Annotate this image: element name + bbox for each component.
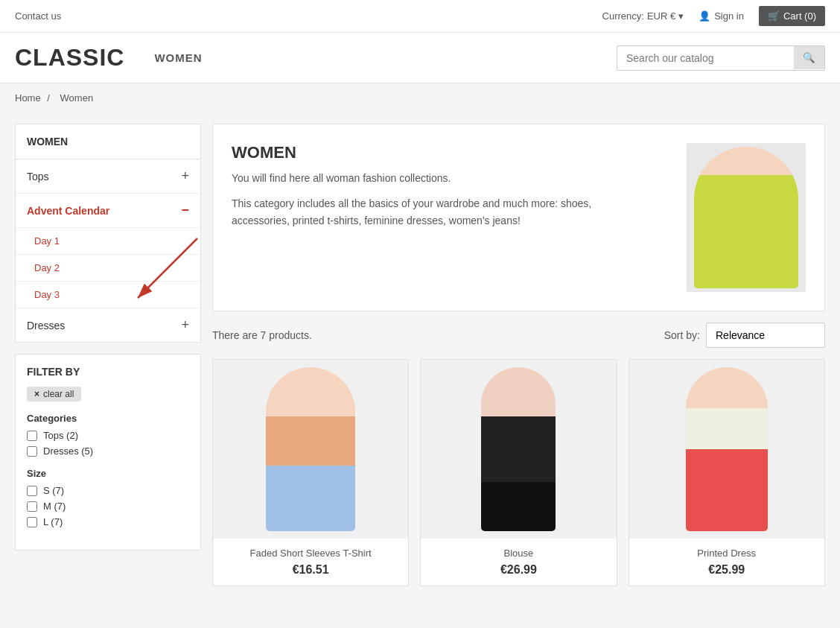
product-card-3[interactable]: Printed Dress €25.99 xyxy=(629,359,825,586)
product-info-3: Printed Dress €25.99 xyxy=(629,539,824,586)
banner-desc1: You will find here all woman fashion col… xyxy=(232,170,605,186)
filter-dresses[interactable]: Dresses (5) xyxy=(27,445,189,457)
filter-size-m-checkbox[interactable] xyxy=(27,501,37,512)
product-image-1 xyxy=(213,360,408,539)
nav-women[interactable]: WOMEN xyxy=(154,51,202,64)
clear-all-label: clear all xyxy=(43,389,74,399)
sidebar-advent-label: Advent Calendar xyxy=(27,205,109,217)
sidebar-item-advent-calendar[interactable]: Advent Calendar − xyxy=(16,194,200,228)
filter-categories: Categories Tops (2) Dresses (5) xyxy=(27,413,189,457)
sidebar-sub-day2[interactable]: Day 2 xyxy=(16,255,200,282)
filter-box: FILTER BY × clear all Categories Tops (2… xyxy=(15,354,201,551)
logo[interactable]: CLASSIC xyxy=(15,44,124,72)
filter-title: FILTER BY xyxy=(27,366,189,378)
banner-image xyxy=(687,143,806,292)
currency-label: Currency: xyxy=(602,10,644,22)
breadcrumb: Home / Women xyxy=(0,83,840,112)
search-icon: 🔍 xyxy=(803,52,815,63)
product-price-1: €16.51 xyxy=(222,563,399,577)
filter-size: Size S (7) M (7) L (7) xyxy=(27,468,189,527)
filter-size-title: Size xyxy=(27,468,189,479)
product-card-2[interactable]: Blouse €26.99 xyxy=(420,359,617,586)
contact-link[interactable]: Contact us xyxy=(15,10,61,22)
sidebar-day2-label: Day 2 xyxy=(34,262,60,273)
sidebar-nav: WOMEN Tops + Advent Calendar − Day 1 Day… xyxy=(15,124,201,343)
clear-all-icon: × xyxy=(34,389,39,399)
filter-size-m[interactable]: M (7) xyxy=(27,501,189,512)
sidebar-tops-label: Tops xyxy=(27,171,49,183)
breadcrumb-home[interactable]: Home xyxy=(15,92,41,104)
filter-size-s-checkbox[interactable] xyxy=(27,486,37,496)
search-input[interactable] xyxy=(617,46,794,70)
filter-size-l-label: L (7) xyxy=(43,516,63,527)
product-card-1[interactable]: Faded Short Sleeves T-Shirt €16.51 xyxy=(212,359,409,586)
product-name-2: Blouse xyxy=(430,548,607,559)
filter-size-s[interactable]: S (7) xyxy=(27,485,189,496)
currency-dropdown-icon: ▾ xyxy=(678,10,684,22)
sort-bar: There are 7 products. Sort by: Relevance… xyxy=(212,323,825,348)
sign-in-label: Sign in xyxy=(714,10,744,22)
filter-size-s-label: S (7) xyxy=(43,485,64,496)
search-box: 🔍 xyxy=(617,45,825,71)
filter-categories-title: Categories xyxy=(27,413,189,424)
sidebar-sub-day3[interactable]: Day 3 xyxy=(16,282,200,308)
main-layout: WOMEN Tops + Advent Calendar − Day 1 Day… xyxy=(0,112,840,597)
product-image-3 xyxy=(629,360,824,539)
sidebar-dresses-expand-icon: + xyxy=(181,317,189,333)
sidebar-sub-day1[interactable]: Day 1 xyxy=(16,228,200,255)
content: WOMEN You will find here all woman fashi… xyxy=(212,124,825,586)
topbar: Contact us Currency: EUR € ▾ 👤 Sign in 🛒… xyxy=(0,0,840,33)
clear-all-button[interactable]: × clear all xyxy=(27,387,81,402)
user-icon: 👤 xyxy=(699,10,710,22)
sidebar: WOMEN Tops + Advent Calendar − Day 1 Day… xyxy=(15,124,201,586)
product-image-2 xyxy=(421,360,616,539)
filter-tops[interactable]: Tops (2) xyxy=(27,430,189,441)
breadcrumb-separator: / xyxy=(47,92,50,104)
product-price-3: €25.99 xyxy=(638,563,815,577)
cart-label: Cart (0) xyxy=(783,10,816,22)
banner-title: WOMEN xyxy=(232,143,605,162)
sort-dropdown[interactable]: Relevance Name A-Z Name Z-A Price Low-Hi… xyxy=(706,323,825,348)
filter-dresses-checkbox[interactable] xyxy=(27,446,37,457)
sidebar-day1-label: Day 1 xyxy=(34,235,60,247)
cart-button[interactable]: 🛒 Cart (0) xyxy=(759,6,825,26)
model-figure-2 xyxy=(481,367,556,531)
category-banner: WOMEN You will find here all woman fashi… xyxy=(212,124,825,311)
sort-by-label: Sort by: xyxy=(664,329,700,341)
model-figure-1 xyxy=(266,367,355,531)
sort-select: Sort by: Relevance Name A-Z Name Z-A Pri… xyxy=(664,323,825,348)
product-name-1: Faded Short Sleeves T-Shirt xyxy=(222,548,399,559)
filter-size-m-label: M (7) xyxy=(43,501,66,512)
model-figure-3 xyxy=(686,367,768,531)
search-button[interactable]: 🔍 xyxy=(794,46,824,69)
product-info-1: Faded Short Sleeves T-Shirt €16.51 xyxy=(213,539,408,586)
banner-desc2: This category includes all the basics of… xyxy=(232,195,605,229)
filter-dresses-label: Dresses (5) xyxy=(43,445,93,457)
sidebar-item-dresses[interactable]: Dresses + xyxy=(16,308,200,342)
sidebar-nav-title: WOMEN xyxy=(16,124,200,159)
sidebar-item-tops[interactable]: Tops + xyxy=(16,159,200,194)
sidebar-dresses-label: Dresses xyxy=(27,320,65,332)
product-price-2: €26.99 xyxy=(430,563,607,577)
product-name-3: Printed Dress xyxy=(638,548,815,559)
topbar-right: Currency: EUR € ▾ 👤 Sign in 🛒 Cart (0) xyxy=(602,6,825,26)
filter-tops-checkbox[interactable] xyxy=(27,431,37,441)
currency-selector[interactable]: Currency: EUR € ▾ xyxy=(602,10,684,22)
filter-size-l-checkbox[interactable] xyxy=(27,517,37,527)
product-info-2: Blouse €26.99 xyxy=(421,539,616,586)
sidebar-day3-label: Day 3 xyxy=(34,289,60,300)
sign-in-button[interactable]: 👤 Sign in xyxy=(699,10,744,22)
model-figure-banner xyxy=(694,147,798,288)
cart-icon: 🛒 xyxy=(768,10,780,22)
sidebar-advent-collapse-icon: − xyxy=(181,203,189,218)
header: CLASSIC WOMEN 🔍 xyxy=(0,33,840,83)
products-count: There are 7 products. xyxy=(212,329,312,341)
breadcrumb-current: Women xyxy=(60,92,94,104)
sidebar-tops-expand-icon: + xyxy=(181,168,189,184)
filter-tops-label: Tops (2) xyxy=(43,430,78,441)
currency-value: EUR € xyxy=(647,10,675,22)
filter-size-l[interactable]: L (7) xyxy=(27,516,189,527)
product-grid: Faded Short Sleeves T-Shirt €16.51 Blous… xyxy=(212,359,825,586)
header-left: CLASSIC WOMEN xyxy=(15,44,203,72)
banner-text: WOMEN You will find here all woman fashi… xyxy=(232,143,605,238)
